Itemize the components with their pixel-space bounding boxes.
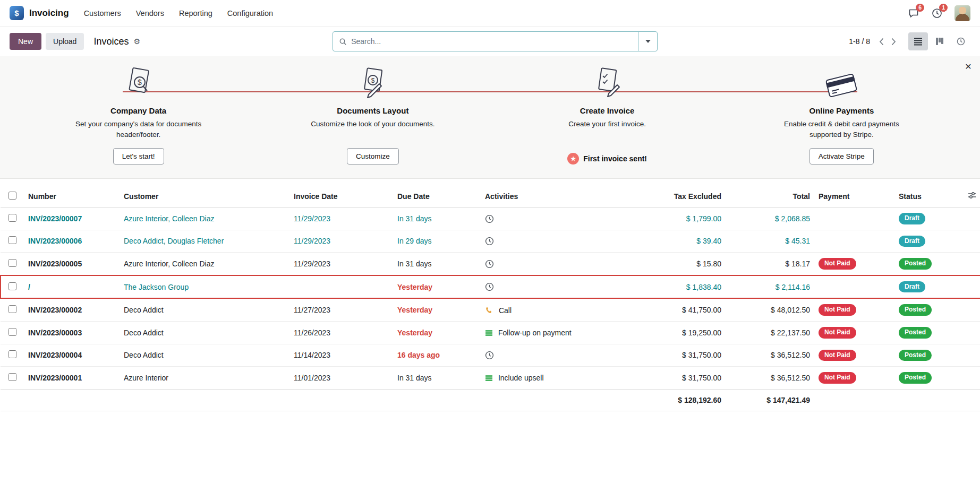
invoice-date xyxy=(289,275,393,299)
online-payments-icon xyxy=(819,66,864,102)
invoice-customer: Azure Interior xyxy=(120,367,289,390)
activities-icon[interactable]: 1 xyxy=(931,7,943,19)
phone-activity-icon[interactable] xyxy=(485,306,493,315)
total-amount: $ 48,012.50 xyxy=(726,298,814,321)
payment-badge: Not Paid xyxy=(819,327,856,339)
clock-activity-icon[interactable] xyxy=(485,351,494,360)
tax-excluded-amount: $ 1,799.00 xyxy=(656,207,726,230)
table-row[interactable]: INV/2023/00006 Deco Addict, Douglas Flet… xyxy=(1,230,980,253)
invoice-date: 11/01/2023 xyxy=(289,367,393,390)
invoice-date: 11/29/2023 xyxy=(289,253,393,275)
table-row[interactable]: INV/2023/00001 Azure Interior 11/01/2023… xyxy=(1,367,980,390)
tax-excluded-amount: $ 1,838.40 xyxy=(656,275,726,299)
invoice-number: INV/2023/00005 xyxy=(24,253,120,275)
column-header-total[interactable]: Total xyxy=(726,185,814,207)
status-badge: Draft xyxy=(899,213,925,224)
totals-row: $ 128,192.60 $ 147,421.49 xyxy=(1,389,980,411)
menu-customers[interactable]: Customers xyxy=(84,9,121,18)
app-menu-toggle[interactable]: $ Invoicing xyxy=(10,6,69,20)
column-header-customer[interactable]: Customer xyxy=(120,185,289,207)
select-all-checkbox[interactable] xyxy=(8,192,16,200)
row-checkbox[interactable] xyxy=(8,214,16,222)
column-header-number[interactable]: Number xyxy=(24,185,120,207)
row-checkbox[interactable] xyxy=(8,350,16,358)
new-button[interactable]: New xyxy=(10,33,41,50)
search-input[interactable] xyxy=(351,37,638,46)
row-checkbox[interactable] xyxy=(8,305,16,313)
pager-range: 1-8 / 8 xyxy=(849,37,870,46)
onboarding-step-title: Documents Layout xyxy=(337,106,408,115)
payment-badge: Not Paid xyxy=(819,372,856,384)
column-header-activities[interactable]: Activities xyxy=(481,185,656,207)
invoice-number: INV/2023/00007 xyxy=(24,207,120,230)
action-gear-icon[interactable]: ⚙ xyxy=(132,36,141,47)
lets-start-button[interactable]: Let's start! xyxy=(113,148,164,165)
total-amount-sum: $ 147,421.49 xyxy=(726,389,814,411)
invoice-list: Number Customer Invoice Date Due Date Ac… xyxy=(0,185,980,411)
clock-activity-icon[interactable] xyxy=(485,237,494,246)
clock-activity-icon[interactable] xyxy=(485,282,494,291)
table-row[interactable]: / The Jackson Group Yesterday $ 1,838.40… xyxy=(1,275,980,299)
onboarding-step-description: Set your company's data for documents he… xyxy=(67,119,210,141)
menu-reporting[interactable]: Reporting xyxy=(179,9,212,18)
total-amount: $ 45.31 xyxy=(726,230,814,253)
column-header-payment[interactable]: Payment xyxy=(814,185,894,207)
invoice-due-date: In 31 days xyxy=(393,207,481,230)
menu-vendors[interactable]: Vendors xyxy=(136,9,164,18)
search-dropdown-toggle[interactable] xyxy=(638,32,657,51)
table-row[interactable]: INV/2023/00004 Deco Addict 11/14/2023 16… xyxy=(1,344,980,367)
invoice-date: 11/26/2023 xyxy=(289,321,393,344)
invoice-customer: Azure Interior, Colleen Diaz xyxy=(120,207,289,230)
status-badge: Posted xyxy=(899,350,932,361)
create-invoice-icon xyxy=(589,66,626,102)
invoice-date: 11/29/2023 xyxy=(289,207,393,230)
close-icon[interactable]: × xyxy=(965,60,972,72)
optional-columns-icon[interactable] xyxy=(958,185,980,207)
list-view-icon[interactable] xyxy=(908,32,928,50)
invoice-customer: Deco Addict, Douglas Fletcher xyxy=(120,230,289,253)
row-checkbox[interactable] xyxy=(8,282,16,290)
column-header-due-date[interactable]: Due Date xyxy=(393,185,481,207)
first-invoice-sent-label: First invoice sent! xyxy=(583,154,647,163)
activity-label: Call xyxy=(499,306,512,315)
systray: 6 1 xyxy=(908,5,970,21)
table-row[interactable]: INV/2023/00007 Azure Interior, Colleen D… xyxy=(1,207,980,230)
upload-button[interactable]: Upload xyxy=(46,33,84,50)
status-badge: Draft xyxy=(899,281,925,293)
row-checkbox[interactable] xyxy=(8,259,16,267)
onboarding-step-create-invoice: Create Invoice Create your first invoice… xyxy=(490,66,725,165)
activate-stripe-button[interactable]: Activate Stripe xyxy=(809,148,874,165)
pager-previous-icon[interactable] xyxy=(875,36,888,48)
onboarding-step-description: Enable credit & debit card payments supp… xyxy=(770,119,913,141)
table-row[interactable]: INV/2023/00003 Deco Addict 11/26/2023 Ye… xyxy=(1,321,980,344)
column-header-invoice-date[interactable]: Invoice Date xyxy=(289,185,393,207)
table-row[interactable]: INV/2023/00002 Deco Addict 11/27/2023 Ye… xyxy=(1,298,980,321)
total-amount: $ 2,114.16 xyxy=(726,275,814,299)
control-panel: New Upload Invoices ⚙ 1-8 / 8 xyxy=(0,27,980,56)
list-activity-icon[interactable] xyxy=(485,374,493,382)
app-name: Invoicing xyxy=(29,8,69,19)
menu-configuration[interactable]: Configuration xyxy=(227,9,273,18)
row-checkbox[interactable] xyxy=(8,236,16,244)
clock-activity-icon[interactable] xyxy=(485,260,494,269)
table-row[interactable]: INV/2023/00005 Azure Interior, Colleen D… xyxy=(1,253,980,275)
invoice-date: 11/29/2023 xyxy=(289,230,393,253)
column-header-tax-excluded[interactable]: Tax Excluded xyxy=(656,185,726,207)
column-header-status[interactable]: Status xyxy=(894,185,958,207)
kanban-view-icon[interactable] xyxy=(930,32,949,50)
activity-label: Follow-up on payment xyxy=(498,328,572,337)
row-checkbox[interactable] xyxy=(8,328,16,336)
onboarding-step-description: Customize the look of your documents. xyxy=(311,119,434,129)
customize-button[interactable]: Customize xyxy=(347,148,399,165)
pager-next-icon[interactable] xyxy=(888,36,900,48)
row-checkbox[interactable] xyxy=(8,373,16,381)
invoice-due-date: Yesterday xyxy=(393,321,481,344)
invoice-number: INV/2023/00006 xyxy=(24,230,120,253)
list-activity-icon[interactable] xyxy=(485,329,493,337)
messages-icon[interactable]: 6 xyxy=(908,7,919,19)
activity-view-icon[interactable] xyxy=(951,32,970,50)
user-avatar[interactable] xyxy=(955,5,970,21)
invoice-customer: Azure Interior, Colleen Diaz xyxy=(120,253,289,275)
clock-activity-icon[interactable] xyxy=(485,214,494,223)
star-icon: ★ xyxy=(567,153,579,165)
